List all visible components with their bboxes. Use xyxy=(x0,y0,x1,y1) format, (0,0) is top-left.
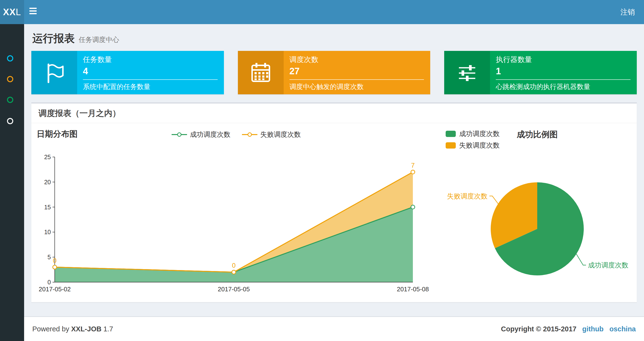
content-area: 运行报表 任务调度中心 任务数量 4 系统中配置的任务数量 xyxy=(24,24,644,341)
svg-text:0: 0 xyxy=(53,257,56,264)
svg-text:25: 25 xyxy=(44,154,51,160)
info-box-triggers: 调度次数 27 调度中心触发的调度次数 xyxy=(238,51,430,94)
circle-icon xyxy=(7,97,13,103)
app-logo[interactable]: XXL xyxy=(0,0,24,24)
legend-swatch xyxy=(446,142,456,149)
line-chart-legend: 成功调度次数 失败调度次数 xyxy=(31,130,441,139)
info-box-jobs: 任务数量 4 系统中配置的任务数量 xyxy=(31,51,224,94)
svg-text:5: 5 xyxy=(48,254,51,260)
svg-text:0: 0 xyxy=(232,262,236,269)
sliders-icon xyxy=(444,51,490,94)
logout-link[interactable]: 注销 xyxy=(611,0,644,24)
svg-text:成功调度次数: 成功调度次数 xyxy=(588,261,628,269)
logo-text-light: L xyxy=(16,7,21,17)
circle-icon xyxy=(7,55,13,62)
sidebar xyxy=(0,24,24,341)
logo-text-bold: XX xyxy=(3,7,16,17)
top-navbar: XXL 注销 xyxy=(0,0,644,24)
sidebar-item-2[interactable] xyxy=(0,72,24,86)
page-subtitle: 任务调度中心 xyxy=(78,36,119,44)
info-box-content: 执行器数量 1 心跳检测成功的执行器机器数量 xyxy=(490,51,637,94)
calendar-icon xyxy=(238,51,284,94)
circle-icon xyxy=(7,118,13,124)
legend-item-fail[interactable]: 失败调度次数 xyxy=(446,140,500,151)
info-box-description: 系统中配置的任务数量 xyxy=(83,82,218,91)
sidebar-item-4[interactable] xyxy=(0,114,24,128)
info-box-executors: 执行器数量 1 心跳检测成功的执行器机器数量 xyxy=(444,51,637,94)
divider xyxy=(290,79,424,80)
svg-text:0: 0 xyxy=(48,279,51,285)
oschina-link[interactable]: oschina xyxy=(609,325,636,333)
panel-title: 调度报表（一月之内） xyxy=(31,104,637,123)
date-distribution-chart: 05101520252017-05-022017-05-052017-05-08… xyxy=(31,123,441,302)
version: 1.7 xyxy=(104,325,113,333)
circle-icon xyxy=(7,76,13,82)
line-marker-icon xyxy=(172,132,187,137)
svg-text:15: 15 xyxy=(44,204,51,211)
panel-body: 日期分布图 成功调度次数 失败调度次数 xyxy=(31,123,637,302)
svg-text:2017-05-05: 2017-05-05 xyxy=(218,285,250,293)
info-box-description: 心跳检测成功的执行器机器数量 xyxy=(496,82,630,91)
info-box-value: 1 xyxy=(496,66,630,77)
line-marker-icon xyxy=(242,132,258,137)
svg-text:2017-05-08: 2017-05-08 xyxy=(397,285,429,293)
svg-text:失败调度次数: 失败调度次数 xyxy=(447,192,488,200)
svg-text:2017-05-02: 2017-05-02 xyxy=(39,285,71,293)
info-box-title: 调度次数 xyxy=(290,55,424,65)
report-panel: 调度报表（一月之内） 日期分布图 成功调度次数 xyxy=(31,103,637,302)
page-header: 运行报表 任务调度中心 xyxy=(24,24,644,51)
footer: Powered by XXL-JOB 1.7 Copyright © 2015-… xyxy=(24,316,644,341)
flag-icon xyxy=(31,51,77,94)
svg-text:20: 20 xyxy=(44,179,51,185)
info-box-content: 调度次数 27 调度中心触发的调度次数 xyxy=(284,51,430,94)
github-link[interactable]: github xyxy=(582,325,604,333)
legend-item-fail[interactable]: 失败调度次数 xyxy=(242,130,301,139)
legend-item-success[interactable]: 成功调度次数 xyxy=(172,130,230,139)
svg-text:7: 7 xyxy=(411,162,414,169)
svg-text:10: 10 xyxy=(44,229,51,235)
page-title: 运行报表 xyxy=(32,32,75,44)
legend-swatch xyxy=(446,131,456,137)
divider xyxy=(83,79,218,80)
copyright-text: Copyright © 2015-2017 xyxy=(501,325,576,333)
info-box-title: 执行器数量 xyxy=(496,55,630,65)
legend-item-success[interactable]: 成功调度次数 xyxy=(446,128,500,140)
info-box-value: 27 xyxy=(290,66,424,77)
divider xyxy=(496,79,630,80)
info-box-row: 任务数量 4 系统中配置的任务数量 xyxy=(24,51,644,94)
info-box-title: 任务数量 xyxy=(83,55,218,65)
sidebar-item-1[interactable] xyxy=(0,51,24,66)
info-box-content: 任务数量 4 系统中配置的任务数量 xyxy=(77,51,224,94)
pie-chart-legend: 成功调度次数 失败调度次数 xyxy=(446,128,500,151)
powered-by: Powered by XXL-JOB 1.7 xyxy=(32,325,113,333)
sidebar-item-3[interactable] xyxy=(0,93,24,107)
info-box-value: 4 xyxy=(83,66,218,77)
info-box-description: 调度中心触发的调度次数 xyxy=(290,82,424,91)
menu-toggle-icon[interactable] xyxy=(30,8,37,17)
product-name: XXL-JOB xyxy=(71,325,102,333)
xxl-job-dashboard: XXL 注销 运行报表 任务调度中心 xyxy=(0,0,644,341)
pie-chart-title: 成功比例图 xyxy=(517,129,558,140)
copyright-area: Copyright © 2015-2017 github oschina xyxy=(501,325,636,333)
